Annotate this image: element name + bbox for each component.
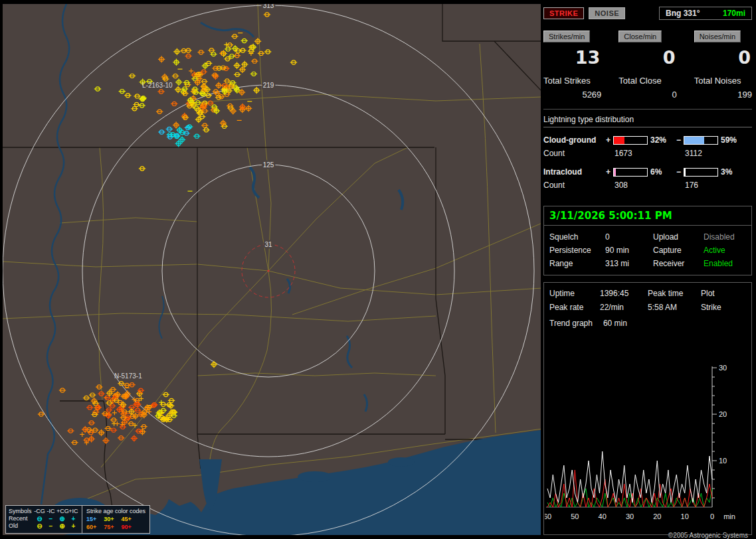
map-legend: Symbols-CG-IC+CG+ICRecent⊖−⊕+Old⊖−⊕+ Str…	[5, 505, 150, 534]
rate-column-close: Close/min 0 Total Close 0	[618, 31, 676, 100]
intracloud-positive-bar	[613, 168, 648, 177]
bearing-range: 170mi	[723, 9, 745, 18]
lightning-map[interactable]: 31321912531 L-2163-10N-5173-1 Symbols-CG…	[3, 4, 541, 535]
range-ring-label: 125	[263, 161, 274, 169]
datetime-readout: 3/11/2026 5:00:11 PM	[544, 206, 751, 226]
total-strikes-value: 5269	[543, 90, 601, 100]
peak-rate-label: Peak rate	[549, 301, 600, 315]
upload-status: Disabled	[704, 230, 746, 244]
intracloud-positive-bar-group: + 6%	[606, 167, 676, 177]
display-toggle-row: STRIKE NOISE Bng 331° 170mi	[543, 7, 752, 20]
cloud-ground-negative-percent: 59%	[721, 135, 737, 145]
statistics-grid: Uptime 1396:45 Peak time Plot Peak rate …	[544, 283, 751, 315]
rate-columns: Strikes/min 13 Total Strikes 5269 Close/…	[543, 31, 752, 100]
svg-text:0: 0	[710, 512, 714, 520]
statistics-box: Uptime 1396:45 Peak time Plot Peak rate …	[543, 282, 752, 535]
bearing-readout: Bng 331° 170mi	[659, 7, 752, 20]
close-per-min-button[interactable]: Close/min	[618, 31, 662, 42]
receiver-status: Enabled	[704, 257, 746, 270]
rate-column-noises: Noises/min 0 Total Noises 199	[694, 31, 752, 100]
squelch-value: 0	[605, 230, 653, 244]
count-label: Count	[543, 181, 606, 190]
intracloud-positive-percent: 6%	[650, 167, 662, 177]
intracloud-label: Intracloud	[543, 167, 606, 177]
cloud-ground-positive-percent: 32%	[650, 135, 666, 145]
range-ring-label: 313	[263, 4, 274, 9]
intracloud-negative-count: 176	[676, 181, 747, 190]
capture-status: Active	[704, 244, 746, 257]
intracloud-negative-bar	[684, 168, 718, 177]
trend-graph-window: 60 min	[603, 319, 627, 328]
trend-graph-svg: 1020306050403020100min	[545, 364, 749, 531]
svg-text:10: 10	[681, 512, 689, 520]
plot-value: Strike	[701, 301, 746, 315]
bearing-value: Bng 331°	[666, 9, 700, 18]
upload-label: Upload	[653, 230, 704, 244]
plus-sign: +	[606, 135, 611, 145]
legend-symbols-table: Symbols-CG-IC+CG+ICRecent⊖−⊕+Old⊖−⊕+	[6, 506, 82, 533]
svg-text:20: 20	[719, 410, 727, 418]
plus-sign: +	[606, 167, 611, 177]
strikes-per-min-value: 13	[545, 47, 600, 68]
map-svg: 31321912531 L-2163-10N-5173-1	[3, 4, 541, 535]
intracloud-count-row: Count 308 176	[543, 181, 752, 190]
svg-text:40: 40	[599, 512, 607, 520]
legend-age-codes: Strike age color codes15+30+45+60+75+90+	[82, 506, 149, 533]
cloud-ground-negative-count: 3112	[676, 149, 747, 158]
intracloud-negative-bar-group: − 3%	[676, 167, 747, 177]
minus-sign: −	[676, 167, 681, 177]
receiver-label: Receiver	[653, 257, 704, 270]
trend-graph-label-row: Trend graph 60 min	[544, 315, 751, 329]
storm-cell-label: N-5173-1	[114, 372, 142, 380]
count-label: Count	[543, 149, 606, 158]
noise-toggle-button[interactable]: NOISE	[589, 7, 625, 19]
total-noises-label: Total Noises	[694, 76, 752, 86]
rate-column-strikes: Strikes/min 13 Total Strikes 5269	[543, 31, 601, 100]
total-noises-value: 199	[694, 90, 752, 100]
intracloud-negative-percent: 3%	[721, 167, 732, 177]
noises-per-min-value: 0	[696, 47, 751, 68]
storm-cell-label: L-2163-10	[142, 82, 173, 89]
peak-time-label: Peak time	[648, 287, 701, 301]
squelch-label: Squelch	[549, 230, 605, 244]
svg-text:10: 10	[719, 457, 727, 465]
intracloud-positive-count: 308	[606, 181, 676, 190]
nexstorm-window: 31321912531 L-2163-10N-5173-1 Symbols-CG…	[0, 0, 756, 539]
status-box: 3/11/2026 5:00:11 PM Squelch 0 Upload Di…	[543, 206, 752, 275]
total-close-value: 0	[618, 90, 676, 100]
minus-sign: −	[676, 135, 681, 145]
range-ring-label: 31	[264, 241, 272, 248]
svg-text:60: 60	[545, 512, 551, 520]
cloud-ground-negative-bar-group: − 59%	[676, 135, 747, 145]
trend-graph: 1020306050403020100min	[544, 364, 751, 534]
capture-label: Capture	[653, 244, 704, 257]
svg-text:30: 30	[719, 364, 727, 372]
cloud-ground-positive-bar-group: + 32%	[606, 135, 676, 145]
intracloud-row: Intracloud + 6% − 3%	[543, 167, 752, 177]
right-panel: STRIKE NOISE Bng 331° 170mi Strikes/min …	[543, 4, 752, 535]
svg-text:min: min	[723, 512, 735, 520]
noises-per-min-button[interactable]: Noises/min	[694, 31, 741, 42]
cloud-ground-positive-count: 1673	[606, 149, 676, 158]
distribution-title: Lightning type distribution	[543, 115, 752, 127]
strike-toggle-button[interactable]: STRIKE	[543, 7, 584, 19]
svg-text:50: 50	[571, 512, 579, 520]
cloud-ground-count-row: Count 1673 3112	[543, 149, 752, 158]
cloud-ground-label: Cloud-ground	[543, 135, 606, 145]
persistence-value: 90 min	[605, 244, 653, 257]
range-value: 313 mi	[605, 257, 653, 270]
persistence-label: Persistence	[549, 244, 605, 257]
peak-rate-value: 22/min	[600, 301, 648, 315]
cloud-ground-row: Cloud-ground + 32% − 59%	[543, 135, 752, 145]
strikes-per-min-button[interactable]: Strikes/min	[543, 31, 590, 42]
total-close-label: Total Close	[618, 76, 676, 86]
cloud-ground-positive-bar	[613, 136, 648, 145]
plot-label: Plot	[701, 287, 746, 301]
svg-text:30: 30	[626, 512, 634, 520]
total-strikes-label: Total Strikes	[543, 76, 601, 86]
cloud-ground-negative-bar	[684, 136, 718, 145]
section-separator	[543, 109, 752, 110]
trend-graph-label: Trend graph	[549, 319, 593, 328]
range-label: Range	[549, 257, 605, 270]
settings-grid: Squelch 0 Upload Disabled Persistence 90…	[544, 226, 751, 275]
